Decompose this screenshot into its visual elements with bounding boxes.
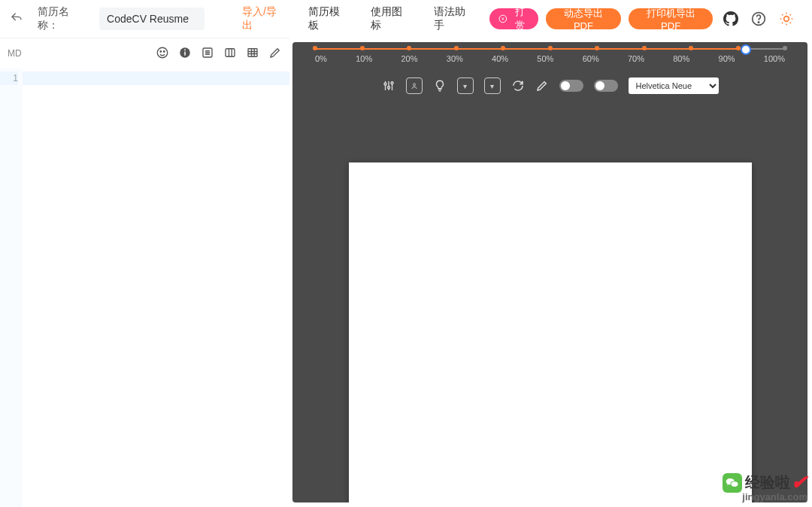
svg-point-15 bbox=[387, 87, 389, 89]
svg-point-3 bbox=[758, 22, 759, 23]
preview-toolbar: ▾ ▾ Helvetica Neue bbox=[292, 69, 807, 102]
svg-point-14 bbox=[384, 83, 386, 85]
tick-20: 20% bbox=[401, 54, 417, 63]
svg-point-7 bbox=[164, 50, 165, 52]
resume-name-label: 简历名称： bbox=[38, 5, 89, 32]
refresh-button[interactable] bbox=[511, 79, 525, 93]
svg-point-10 bbox=[184, 49, 186, 50]
font-select[interactable]: Helvetica Neue bbox=[629, 77, 719, 94]
slider-tick bbox=[783, 46, 787, 50]
profile-box-icon bbox=[406, 77, 423, 94]
resume-name-input[interactable] bbox=[99, 8, 205, 30]
sun-icon bbox=[779, 11, 794, 26]
columns-button[interactable] bbox=[223, 46, 237, 62]
info-icon bbox=[178, 46, 192, 59]
help-icon bbox=[751, 11, 766, 26]
back-button[interactable] bbox=[8, 11, 26, 26]
line-number-1: 1 bbox=[0, 71, 18, 85]
svg-point-16 bbox=[391, 82, 393, 84]
back-arrow-icon bbox=[11, 11, 23, 23]
preview-panel: 0% 10% 20% 30% 40% 50% 60% 70% 80% 90% 1… bbox=[289, 38, 812, 507]
tick-80: 80% bbox=[673, 54, 689, 63]
svg-point-6 bbox=[160, 50, 162, 52]
toggle-2[interactable] bbox=[594, 80, 618, 92]
svg-rect-12 bbox=[226, 48, 235, 56]
svg-point-4 bbox=[784, 17, 789, 22]
idea-button[interactable] bbox=[433, 79, 447, 93]
info-button[interactable] bbox=[178, 46, 192, 62]
slider-tick bbox=[407, 46, 411, 50]
tick-100: 100% bbox=[764, 54, 785, 63]
editor-tool-icons bbox=[156, 46, 282, 62]
line-gutter: 1 bbox=[0, 68, 23, 507]
svg-text:¥: ¥ bbox=[501, 17, 504, 21]
dropdown2-button[interactable]: ▾ bbox=[484, 77, 501, 94]
toggle-1[interactable] bbox=[559, 80, 583, 92]
editor-body[interactable]: 1 bbox=[0, 68, 289, 507]
slider-tick bbox=[642, 46, 647, 50]
slider-handle[interactable] bbox=[741, 44, 751, 55]
tick-10: 10% bbox=[356, 54, 372, 63]
money-icon: ¥ bbox=[498, 14, 508, 23]
donate-button[interactable]: ¥ 打赏 bbox=[489, 8, 538, 29]
list-button[interactable] bbox=[201, 46, 214, 62]
chevron-box-icon-2: ▾ bbox=[484, 77, 501, 94]
sliders-icon bbox=[382, 79, 395, 93]
tick-50: 50% bbox=[537, 54, 553, 63]
nav-use-icons[interactable]: 使用图标 bbox=[371, 5, 411, 32]
active-line-highlight bbox=[23, 71, 289, 85]
preview-inner: 0% 10% 20% 30% 40% 50% 60% 70% 80% 90% 1… bbox=[292, 42, 807, 502]
tick-90: 90% bbox=[719, 54, 735, 63]
donate-label: 打赏 bbox=[511, 5, 529, 32]
table-icon bbox=[246, 46, 259, 59]
chevron-box-icon: ▾ bbox=[457, 77, 474, 94]
svg-rect-13 bbox=[248, 48, 257, 56]
github-button[interactable] bbox=[720, 8, 741, 29]
editor-panel: MD 1 bbox=[0, 38, 289, 507]
tick-70: 70% bbox=[628, 54, 644, 63]
svg-rect-9 bbox=[184, 51, 186, 55]
slider-tick bbox=[454, 46, 459, 50]
table-button[interactable] bbox=[246, 46, 259, 62]
page-canvas[interactable] bbox=[292, 102, 807, 502]
editor-mode-badge: MD bbox=[8, 48, 22, 59]
slider-tick bbox=[360, 46, 365, 50]
slider-tick bbox=[548, 46, 553, 50]
zoom-slider[interactable]: 0% 10% 20% 30% 40% 50% 60% 70% 80% 90% 1… bbox=[292, 42, 807, 69]
editor-toolbar: MD bbox=[0, 38, 289, 68]
tick-0: 0% bbox=[315, 54, 327, 63]
resume-page bbox=[349, 162, 752, 502]
nav-grammar[interactable]: 语法助手 bbox=[434, 5, 474, 32]
dropdown1-button[interactable]: ▾ bbox=[457, 77, 474, 94]
tick-30: 30% bbox=[447, 54, 463, 63]
draw-button[interactable] bbox=[535, 79, 549, 93]
slider-tick bbox=[689, 46, 693, 50]
svg-point-17 bbox=[413, 83, 415, 86]
theme-button[interactable] bbox=[777, 8, 797, 29]
edit-button[interactable] bbox=[268, 46, 282, 62]
pencil-icon bbox=[268, 46, 282, 59]
code-area[interactable] bbox=[23, 68, 289, 507]
top-bar: 简历名称： 导入/导出 简历模板 使用图标 语法助手 ¥ 打赏 动态导出PDF … bbox=[0, 0, 812, 38]
export-print-pdf-button[interactable]: 打印机导出PDF bbox=[629, 8, 713, 29]
profile-button[interactable] bbox=[406, 77, 423, 94]
nav-links: 导入/导出 简历模板 使用图标 语法助手 bbox=[242, 5, 474, 32]
export-dynamic-pdf-button[interactable]: 动态导出PDF bbox=[546, 8, 621, 29]
help-button[interactable] bbox=[749, 8, 769, 29]
refresh-icon bbox=[511, 79, 525, 93]
pencil-icon-2 bbox=[535, 79, 549, 93]
tick-40: 40% bbox=[492, 54, 508, 63]
slider-tick-labels: 0% 10% 20% 30% 40% 50% 60% 70% 80% 90% 1… bbox=[315, 54, 785, 63]
adjust-button[interactable] bbox=[382, 79, 395, 93]
slider-tick bbox=[595, 46, 599, 50]
slider-tick bbox=[501, 46, 505, 50]
lightbulb-icon bbox=[433, 79, 447, 93]
nav-templates[interactable]: 简历模板 bbox=[308, 5, 349, 32]
slider-tick bbox=[313, 46, 317, 50]
list-icon bbox=[201, 46, 214, 59]
nav-import-export[interactable]: 导入/导出 bbox=[242, 5, 286, 32]
emoji-icon bbox=[156, 46, 169, 59]
slider-fill bbox=[315, 48, 746, 50]
emoji-button[interactable] bbox=[156, 46, 169, 62]
github-icon bbox=[723, 11, 738, 26]
